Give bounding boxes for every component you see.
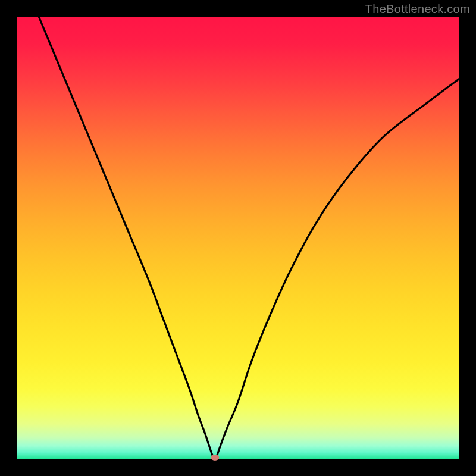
minimum-marker xyxy=(211,455,219,461)
chart-svg xyxy=(17,17,459,459)
chart-frame: TheBottleneck.com xyxy=(0,0,476,476)
watermark-label: TheBottleneck.com xyxy=(365,2,470,16)
plot-area xyxy=(17,17,459,459)
bottleneck-curve xyxy=(39,17,459,459)
